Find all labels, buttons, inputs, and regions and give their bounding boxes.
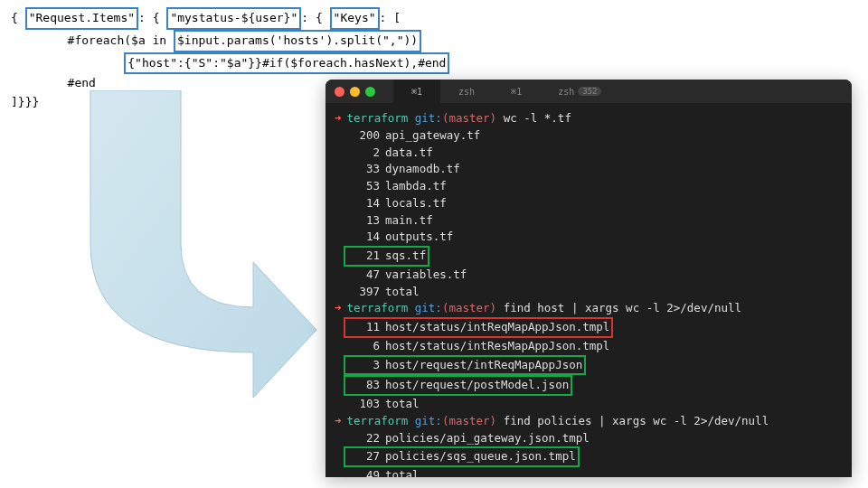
box-host-entry: {"host":{"S":"$a"}}#if($foreach.hasNext)… xyxy=(124,52,449,75)
highlight-req-tmpl: 11host/status/intReqMapAppJson.tmpl xyxy=(344,317,613,338)
prompt-git: git: xyxy=(415,413,442,430)
list-item: 397total xyxy=(335,284,843,301)
list-item: 53lambda.tf xyxy=(335,178,843,195)
box-input-params: $input.params('hosts').split(",")) xyxy=(174,30,421,52)
list-item: 14outputs.tf xyxy=(335,229,843,246)
highlight-sqs: 21sqs.tf xyxy=(344,246,429,267)
command-3: find policies | xargs wc -l 2>/dev/null xyxy=(504,413,769,430)
list-item: 47variables.tf xyxy=(335,267,843,284)
tab-1[interactable]: ⌘1 xyxy=(393,80,440,103)
list-item: 200api_gateway.tf xyxy=(335,127,843,145)
prompt-line-3: ➜ terraform git: (master) find policies … xyxy=(335,413,843,430)
list-item: 21sqs.tf xyxy=(335,246,843,267)
list-item: 27policies/sqs_queue.json.tmpl xyxy=(335,446,843,467)
highlight-item: 83host/request/postModel.json xyxy=(344,375,572,396)
code-line-3: {"host":{"S":"$a"}}#if($foreach.hasNext)… xyxy=(11,52,449,75)
list-item: 103total xyxy=(335,396,843,413)
terminal-tabs: ⌘1 zsh ⌘1 zsh352 xyxy=(393,80,619,103)
command-2: find host | xargs wc -l 2>/dev/null xyxy=(504,300,741,317)
list-item: 49total xyxy=(335,467,843,477)
prompt-dir: terraform xyxy=(347,110,409,127)
terminal-output[interactable]: ➜ terraform git: (master) wc -l *.tf 200… xyxy=(326,103,852,477)
prompt-git: git: xyxy=(415,300,442,317)
prompt-dir: terraform xyxy=(347,413,409,430)
box-request-items: "Request.Items" xyxy=(25,7,138,30)
list-item: 13main.tf xyxy=(335,212,843,230)
highlight-item: 3host/request/intReqMapAppJson xyxy=(344,355,586,376)
list-item: 3host/request/intReqMapAppJson xyxy=(335,355,843,376)
tab-2[interactable]: zsh xyxy=(440,80,493,103)
maximize-icon[interactable] xyxy=(365,87,375,97)
list-item: 11host/status/intReqMapAppJson.tmpl xyxy=(335,317,843,338)
box-keys: "Keys" xyxy=(330,7,380,30)
list-item: 6host/status/intResMapAppJson.tmpl xyxy=(335,338,843,355)
tab-4[interactable]: zsh352 xyxy=(540,80,619,103)
close-icon[interactable] xyxy=(335,87,344,97)
list-item: 33dynamodb.tf xyxy=(335,161,843,178)
prompt-line-2: ➜ terraform git: (master) find host | xa… xyxy=(335,300,843,317)
arrow-icon xyxy=(27,90,316,434)
prompt-arrow-icon: ➜ xyxy=(335,413,342,430)
list-item: 83host/request/postModel.json xyxy=(335,375,843,396)
highlight-sqs-policy: 27policies/sqs_queue.json.tmpl xyxy=(344,446,580,467)
list-item: 14locals.tf xyxy=(335,195,843,212)
command-1: wc -l *.tf xyxy=(504,110,571,127)
prompt-arrow-icon: ➜ xyxy=(335,110,342,127)
tab-badge: 352 xyxy=(578,87,601,96)
code-line-1: { "Request.Items": { "mystatus-${user}":… xyxy=(11,7,449,30)
prompt-git: git: xyxy=(415,110,442,127)
minimize-icon[interactable] xyxy=(350,87,360,97)
prompt-branch: (master) xyxy=(442,110,496,127)
list-item: 22policies/api_gateway.json.tmpl xyxy=(335,430,843,447)
terminal-window: ⌘1 zsh ⌘1 zsh352 ➜ terraform git: (maste… xyxy=(326,80,852,477)
terminal-titlebar[interactable]: ⌘1 zsh ⌘1 zsh352 xyxy=(326,80,852,103)
prompt-branch: (master) xyxy=(442,300,496,317)
prompt-line-1: ➜ terraform git: (master) wc -l *.tf xyxy=(335,110,843,127)
list-item: 2data.tf xyxy=(335,145,843,162)
box-status-user: "mystatus-${user}" xyxy=(166,7,301,30)
prompt-dir: terraform xyxy=(347,300,409,317)
tab-3[interactable]: ⌘1 xyxy=(493,80,540,103)
prompt-arrow-icon: ➜ xyxy=(335,300,342,317)
prompt-branch: (master) xyxy=(442,413,496,430)
code-line-2: #foreach($a in $input.params('hosts').sp… xyxy=(11,30,449,52)
